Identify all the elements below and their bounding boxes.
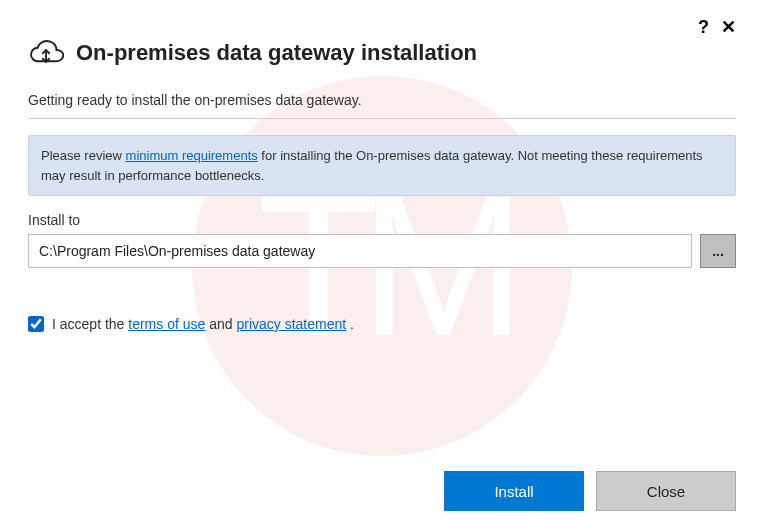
- terms-middle: and: [205, 316, 236, 332]
- titlebar: ? ✕: [28, 18, 736, 36]
- info-prefix: Please review: [41, 148, 126, 163]
- browse-button[interactable]: ...: [700, 234, 736, 268]
- info-box: Please review minimum requirements for i…: [28, 135, 736, 196]
- terms-text: I accept the terms of use and privacy st…: [52, 316, 354, 332]
- min-requirements-link[interactable]: minimum requirements: [126, 148, 258, 163]
- terms-prefix: I accept the: [52, 316, 128, 332]
- window-content: ? ✕ On-premises data gateway installatio…: [0, 0, 764, 531]
- help-icon[interactable]: ?: [698, 18, 709, 36]
- terms-suffix: .: [346, 316, 354, 332]
- close-button[interactable]: Close: [596, 471, 736, 511]
- install-path-row: ...: [28, 234, 736, 268]
- divider: [28, 118, 736, 119]
- install-path-input[interactable]: [28, 234, 692, 268]
- close-icon[interactable]: ✕: [721, 18, 736, 36]
- privacy-statement-link[interactable]: privacy statement: [236, 316, 346, 332]
- cloud-download-icon: [28, 38, 64, 68]
- footer-buttons: Install Close: [444, 471, 736, 511]
- header: On-premises data gateway installation: [28, 38, 736, 68]
- install-to-label: Install to: [28, 212, 736, 228]
- subtitle-text: Getting ready to install the on-premises…: [28, 92, 736, 108]
- install-button[interactable]: Install: [444, 471, 584, 511]
- terms-of-use-link[interactable]: terms of use: [128, 316, 205, 332]
- page-title: On-premises data gateway installation: [76, 40, 477, 66]
- terms-row: I accept the terms of use and privacy st…: [28, 316, 736, 332]
- accept-terms-checkbox[interactable]: [28, 316, 44, 332]
